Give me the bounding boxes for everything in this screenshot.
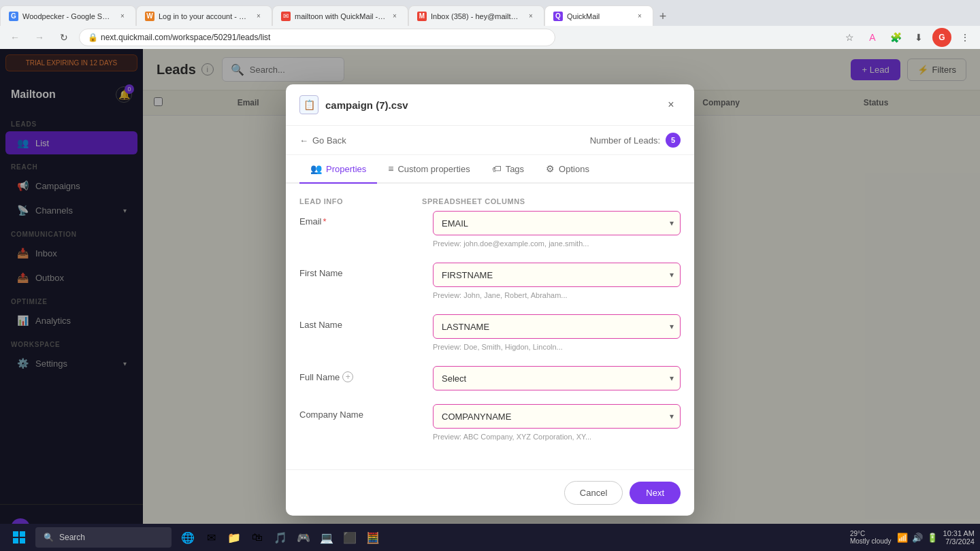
modal-close-button[interactable]: × bbox=[662, 95, 681, 114]
tab-close-5[interactable]: × bbox=[635, 12, 644, 21]
back-arrow-icon: ← bbox=[299, 135, 308, 146]
browser-tab-2[interactable]: W Log in to your account - Wood... × bbox=[136, 5, 272, 26]
last-name-value: Select FIRSTNAME LASTNAME EMAIL COMPANYN… bbox=[433, 314, 681, 352]
company-name-preview: Preview: ABC Company, XYZ Corporation, X… bbox=[433, 431, 681, 442]
address-bar-row: ← → ↻ 🔒 next.quickmail.com/workspace/502… bbox=[0, 26, 980, 49]
menu-icon[interactable]: ⋮ bbox=[956, 28, 975, 47]
last-name-select-wrapper: Select FIRSTNAME LASTNAME EMAIL COMPANYN… bbox=[433, 314, 681, 339]
modal-header: 📋 campaign (7).csv × bbox=[286, 84, 694, 126]
browser-tab-3[interactable]: ✉ mailtoon with QuickMail - Goo... × bbox=[272, 5, 408, 26]
full-name-field-row: Full Name + Select FIRSTNAME LASTNAME EM… bbox=[299, 366, 681, 390]
cancel-button[interactable]: Cancel bbox=[564, 481, 623, 505]
extension-icon[interactable]: 🧩 bbox=[886, 28, 905, 47]
taskbar-app-calc[interactable]: 🧮 bbox=[362, 527, 384, 548]
address-bar[interactable]: 🔒 next.quickmail.com/workspace/50291/lea… bbox=[79, 29, 555, 46]
first-name-label: First Name bbox=[299, 263, 422, 278]
lead-info-header: Lead Info bbox=[299, 197, 422, 205]
first-name-field-row: First Name Select FIRSTNAME LASTNAME EMA… bbox=[299, 263, 681, 301]
taskbar-app-explorer[interactable]: 📁 bbox=[223, 527, 245, 548]
profile-icon[interactable]: G bbox=[932, 28, 951, 47]
volume-icon[interactable]: 🔊 bbox=[912, 533, 923, 543]
tab-close-3[interactable]: × bbox=[390, 12, 399, 21]
email-label: Email bbox=[299, 211, 422, 227]
svg-rect-3 bbox=[20, 538, 25, 544]
modal-footer: Cancel Next bbox=[286, 469, 694, 516]
start-button[interactable] bbox=[5, 527, 33, 548]
full-name-value: Select FIRSTNAME LASTNAME EMAIL COMPANYN… bbox=[433, 366, 681, 390]
leads-count-label: Number of Leads: bbox=[590, 135, 660, 146]
battery-icon[interactable]: 🔋 bbox=[927, 533, 938, 543]
tab-tags-label: Tags bbox=[506, 164, 524, 174]
back-button[interactable]: ← bbox=[5, 28, 24, 47]
full-name-label-container: Full Name + bbox=[299, 371, 422, 382]
download-icon[interactable]: ⬇ bbox=[909, 28, 928, 47]
taskbar-app-chrome[interactable]: 🌐 bbox=[177, 527, 199, 548]
tab-properties[interactable]: 👥 Properties bbox=[299, 155, 377, 184]
tab-favicon-2: W bbox=[145, 12, 154, 21]
toolbar-icons: ☆ A 🧩 ⬇ G ⋮ bbox=[840, 28, 975, 47]
weather-desc: Mostly cloudy bbox=[850, 537, 892, 545]
tab-favicon-1: G bbox=[9, 12, 18, 21]
first-name-preview: Preview: John, Jane, Robert, Abraham... bbox=[433, 290, 681, 301]
new-tab-button[interactable]: + bbox=[653, 7, 672, 26]
tab-tags[interactable]: 🏷 Tags bbox=[481, 155, 535, 184]
adblocker-icon[interactable]: A bbox=[863, 28, 882, 47]
scroll-indicator bbox=[286, 449, 689, 469]
forward-button[interactable]: → bbox=[30, 28, 49, 47]
windows-icon bbox=[12, 531, 26, 544]
full-name-plus-icon[interactable]: + bbox=[342, 371, 353, 382]
company-name-select-wrapper: Select FIRSTNAME LASTNAME EMAIL COMPANYN… bbox=[433, 404, 681, 429]
modal-overlay[interactable]: 📋 campaign (7).csv × ← Go Back Number of… bbox=[0, 49, 980, 551]
file-icon: 📋 bbox=[299, 95, 318, 114]
tab-title-4: Inbox (358) - hey@mailtoon.io bbox=[431, 12, 522, 20]
last-name-select[interactable]: Select FIRSTNAME LASTNAME EMAIL COMPANYN… bbox=[433, 314, 681, 339]
taskbar-app-game[interactable]: 🎮 bbox=[293, 527, 314, 548]
taskbar-app-vscode[interactable]: 💻 bbox=[316, 527, 338, 548]
full-name-label: Full Name + bbox=[299, 366, 422, 382]
full-name-select-wrapper: Select FIRSTNAME LASTNAME EMAIL COMPANYN… bbox=[433, 366, 681, 390]
taskbar-app-music[interactable]: 🎵 bbox=[270, 527, 291, 548]
tab-favicon-5: Q bbox=[553, 12, 563, 21]
spreadsheet-columns-header: Spreadsheet columns bbox=[422, 197, 681, 205]
first-name-select[interactable]: Select FIRSTNAME LASTNAME EMAIL COMPANYN… bbox=[433, 263, 681, 287]
last-name-field-row: Last Name Select FIRSTNAME LASTNAME EMAI… bbox=[299, 314, 681, 352]
wifi-icon[interactable]: 📶 bbox=[897, 533, 908, 543]
tab-favicon-4: M bbox=[417, 12, 427, 21]
taskbar-time: 10:31 AM 7/3/2024 bbox=[943, 529, 975, 546]
full-name-select[interactable]: Select FIRSTNAME LASTNAME EMAIL COMPANYN… bbox=[433, 366, 681, 390]
modal-nav: ← Go Back Number of Leads: 5 bbox=[286, 126, 694, 155]
tab-bar: G Woodpecker - Google Search × W Log in … bbox=[0, 0, 980, 26]
tab-close-1[interactable]: × bbox=[118, 12, 127, 21]
company-name-field-row: Company Name Select FIRSTNAME LASTNAME E… bbox=[299, 404, 681, 442]
reload-button[interactable]: ↻ bbox=[54, 28, 74, 47]
browser-tab-1[interactable]: G Woodpecker - Google Search × bbox=[0, 5, 136, 26]
taskbar-app-terminal[interactable]: ⬛ bbox=[339, 527, 361, 548]
browser-tab-4[interactable]: M Inbox (358) - hey@mailtoon.io × bbox=[408, 5, 544, 26]
taskbar-app-mail[interactable]: ✉ bbox=[200, 527, 222, 548]
taskbar-search-text: Search bbox=[59, 533, 85, 542]
taskbar: 🔍 Search 🌐 ✉ 📁 🛍 🎵 🎮 💻 ⬛ 🧮 29°C Mostly c… bbox=[0, 524, 980, 551]
email-select[interactable]: EMAIL FIRSTNAME LASTNAME COMPANYNAME bbox=[433, 211, 681, 235]
browser-tab-5[interactable]: Q QuickMail × bbox=[544, 5, 653, 26]
tab-close-4[interactable]: × bbox=[526, 12, 536, 21]
company-name-select[interactable]: Select FIRSTNAME LASTNAME EMAIL COMPANYN… bbox=[433, 404, 681, 429]
email-field-row: Email EMAIL FIRSTNAME LASTNAME COMPANYNA… bbox=[299, 211, 681, 249]
taskbar-app-store[interactable]: 🛍 bbox=[246, 527, 268, 548]
tags-icon: 🏷 bbox=[492, 163, 502, 174]
svg-rect-0 bbox=[13, 531, 18, 537]
go-back-button[interactable]: ← Go Back bbox=[299, 135, 346, 146]
taskbar-search-icon: 🔍 bbox=[44, 533, 54, 542]
bookmark-icon[interactable]: ☆ bbox=[840, 28, 859, 47]
full-name-text: Full Name bbox=[299, 372, 340, 382]
custom-properties-icon: ≡ bbox=[388, 163, 393, 174]
tab-options[interactable]: ⚙ Options bbox=[535, 155, 600, 184]
address-text: next.quickmail.com/workspace/50291/leads… bbox=[101, 33, 270, 42]
weather-widget: 29°C Mostly cloudy bbox=[850, 530, 892, 545]
next-button[interactable]: Next bbox=[630, 482, 681, 504]
column-headers: Lead Info Spreadsheet columns bbox=[299, 197, 681, 205]
tab-properties-label: Properties bbox=[326, 164, 366, 174]
tab-custom-properties[interactable]: ≡ Custom properties bbox=[377, 155, 480, 184]
tab-close-2[interactable]: × bbox=[254, 12, 263, 21]
last-name-preview: Preview: Doe, Smith, Higdon, Lincoln... bbox=[433, 341, 681, 352]
taskbar-search-bar[interactable]: 🔍 Search bbox=[35, 527, 172, 548]
